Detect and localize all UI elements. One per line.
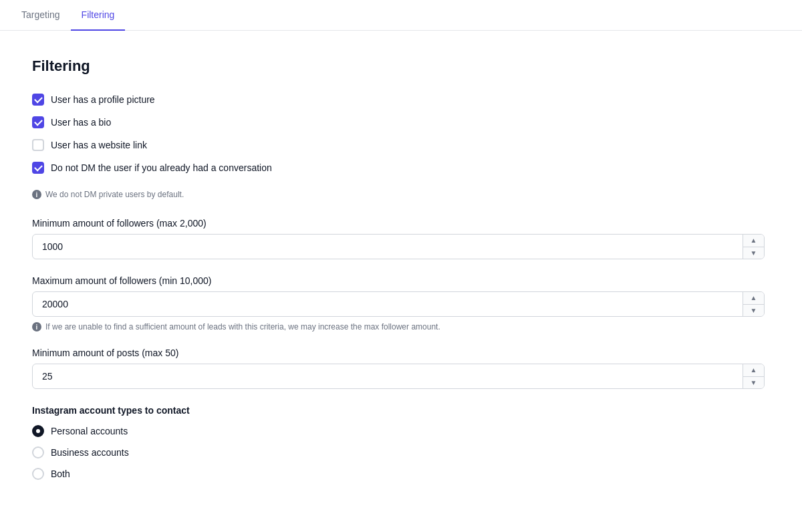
radio-group: Personal accounts Business accounts Both <box>32 425 770 480</box>
min-posts-up[interactable]: ▲ <box>743 364 764 377</box>
max-followers-down[interactable]: ▼ <box>743 305 764 317</box>
info-icon: i <box>32 190 41 199</box>
checkbox-no-dm[interactable] <box>32 162 44 174</box>
tab-targeting[interactable]: Targeting <box>11 0 71 31</box>
min-posts-input[interactable] <box>32 364 765 389</box>
min-followers-wrapper: ▲ ▼ <box>32 234 765 259</box>
checkbox-item-website[interactable]: User has a website link <box>32 139 770 151</box>
checkbox-item-bio[interactable]: User has a bio <box>32 116 770 128</box>
account-types-group: Instagram account types to contact Perso… <box>32 405 770 480</box>
checkbox-label-website: User has a website link <box>51 140 147 150</box>
max-followers-input[interactable] <box>32 291 765 317</box>
checkbox-group: User has a profile picture User has a bi… <box>32 94 770 174</box>
radio-item-business[interactable]: Business accounts <box>32 446 770 458</box>
radio-personal[interactable] <box>32 425 44 437</box>
max-followers-label: Maximum amount of followers (min 10,000) <box>32 275 770 286</box>
tab-bar: Targeting Filtering <box>0 0 802 31</box>
checkbox-item-no-dm[interactable]: Do not DM the user if you already had a … <box>32 162 770 174</box>
min-posts-group: Minimum amount of posts (max 50) ▲ ▼ <box>32 348 770 389</box>
page-title: Filtering <box>32 57 770 75</box>
min-posts-spinner: ▲ ▼ <box>743 364 764 388</box>
checkbox-item-profile-picture[interactable]: User has a profile picture <box>32 94 770 106</box>
checkbox-label-no-dm: Do not DM the user if you already had a … <box>51 162 272 173</box>
radio-item-both[interactable]: Both <box>32 468 770 480</box>
min-followers-spinner: ▲ ▼ <box>743 235 764 259</box>
min-followers-down[interactable]: ▼ <box>743 247 764 259</box>
max-followers-wrapper: ▲ ▼ <box>32 291 765 317</box>
max-followers-spinner: ▲ ▼ <box>743 292 764 316</box>
tab-filtering[interactable]: Filtering <box>71 0 126 31</box>
radio-label-both: Both <box>51 469 70 479</box>
max-followers-hint: i If we are unable to find a sufficient … <box>32 322 770 331</box>
min-posts-down[interactable]: ▼ <box>743 377 764 389</box>
min-followers-input[interactable] <box>32 234 765 259</box>
private-note-text: We do not DM private users by default. <box>45 190 184 199</box>
radio-item-personal[interactable]: Personal accounts <box>32 425 770 437</box>
checkbox-label-profile-picture: User has a profile picture <box>51 94 155 105</box>
max-followers-up[interactable]: ▲ <box>743 292 764 305</box>
min-followers-label: Minimum amount of followers (max 2,000) <box>32 218 770 229</box>
max-followers-hint-icon: i <box>32 322 41 331</box>
max-followers-hint-text: If we are unable to find a sufficient am… <box>45 322 440 331</box>
checkbox-website[interactable] <box>32 139 44 151</box>
radio-label-business: Business accounts <box>51 447 129 458</box>
min-followers-group: Minimum amount of followers (max 2,000) … <box>32 218 770 259</box>
min-posts-label: Minimum amount of posts (max 50) <box>32 348 770 358</box>
min-followers-up[interactable]: ▲ <box>743 235 764 247</box>
radio-business[interactable] <box>32 446 44 458</box>
checkbox-profile-picture[interactable] <box>32 94 44 106</box>
min-posts-wrapper: ▲ ▼ <box>32 364 765 389</box>
checkbox-bio[interactable] <box>32 116 44 128</box>
checkbox-label-bio: User has a bio <box>51 117 111 128</box>
main-content: Filtering User has a profile picture Use… <box>0 31 802 523</box>
max-followers-group: Maximum amount of followers (min 10,000)… <box>32 275 770 331</box>
radio-both[interactable] <box>32 468 44 480</box>
private-note: i We do not DM private users by default. <box>32 190 770 199</box>
radio-label-personal: Personal accounts <box>51 426 128 436</box>
account-types-title: Instagram account types to contact <box>32 405 770 416</box>
